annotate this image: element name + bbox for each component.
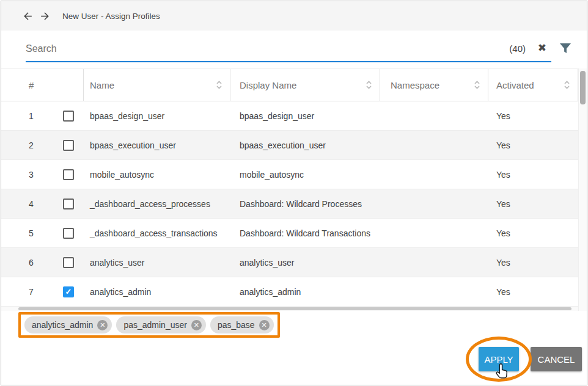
- sort-icon[interactable]: [474, 80, 480, 90]
- table-body: 1 bpaas_design_user bpaas_design_user Ye…: [1, 101, 578, 307]
- sort-icon[interactable]: [366, 80, 372, 90]
- selected-profile-chip: pas_admin_user ✕: [116, 316, 206, 333]
- column-header-number: #: [1, 69, 84, 101]
- cell-name: bpaas_execution_user: [84, 140, 230, 150]
- row-checkbox[interactable]: [63, 286, 74, 297]
- cell-activated: Yes: [488, 258, 578, 268]
- table-row[interactable]: 6 analytics_user analytics_user Yes: [1, 248, 578, 277]
- cell-activated: Yes: [488, 287, 578, 297]
- row-checkbox[interactable]: [63, 228, 74, 239]
- forward-arrow-icon[interactable]: [39, 10, 51, 22]
- chip-label: pas_base: [218, 320, 255, 330]
- assign-profiles-dialog: New User - Assign Profiles (40) ✖ # Name…: [1, 1, 587, 385]
- cell-display-name: bpaas_design_user: [230, 111, 380, 121]
- cell-display-name: Dashboard: Wildcard Transactions: [230, 228, 380, 238]
- row-number: 1: [29, 111, 37, 121]
- search-input[interactable]: [26, 39, 484, 59]
- cell-number: 6: [1, 257, 84, 268]
- row-number: 4: [29, 199, 37, 209]
- cell-display-name: analytics_admin: [230, 287, 380, 297]
- row-number: 2: [29, 140, 37, 150]
- cell-display-name: bpaas_execution_user: [230, 140, 380, 150]
- cell-display-name: analytics_user: [230, 258, 380, 268]
- row-checkbox[interactable]: [63, 111, 74, 122]
- selected-profile-chip: analytics_admin ✕: [24, 316, 112, 333]
- row-number: 3: [29, 170, 37, 180]
- filter-icon[interactable]: [559, 43, 571, 54]
- row-checkbox[interactable]: [63, 140, 74, 151]
- column-header-activated[interactable]: Activated: [488, 69, 578, 101]
- column-header-namespace[interactable]: Namespace: [380, 69, 488, 101]
- table-header: # Name Display Name Namespace Activated: [1, 68, 578, 101]
- cell-number: 7: [1, 286, 84, 297]
- cell-number: 1: [1, 111, 84, 122]
- chip-label: pas_admin_user: [123, 320, 187, 330]
- cell-display-name: mobile_autosync: [230, 170, 380, 180]
- column-header-display-name[interactable]: Display Name: [230, 69, 380, 101]
- cell-name: mobile_autosync: [84, 170, 230, 180]
- chip-label: analytics_admin: [32, 320, 93, 330]
- chip-remove-icon[interactable]: ✕: [191, 320, 202, 330]
- result-count: (40): [509, 43, 526, 54]
- cell-name: _dashboard_access_transactions: [84, 228, 230, 238]
- cell-display-name: Dashboard: Wildcard Processes: [230, 199, 380, 209]
- table-row[interactable]: 5 _dashboard_access_transactions Dashboa…: [1, 219, 578, 248]
- row-number: 7: [29, 287, 37, 297]
- apply-button[interactable]: APPLY: [479, 347, 519, 371]
- cell-number: 5: [1, 228, 84, 239]
- horizontal-scrollbar-thumb[interactable]: [18, 307, 571, 310]
- cell-name: analytics_user: [84, 258, 230, 268]
- sort-icon[interactable]: [564, 80, 570, 90]
- cell-activated: Yes: [488, 199, 578, 209]
- row-number: 5: [29, 228, 37, 238]
- selected-profile-chip: pas_base ✕: [210, 316, 274, 333]
- cell-activated: Yes: [488, 228, 578, 238]
- cell-name: bpaas_design_user: [84, 111, 230, 121]
- cell-name: analytics_admin: [84, 287, 230, 297]
- cell-number: 2: [1, 140, 84, 151]
- table-row[interactable]: 4 _dashboard_access_processes Dashboard:…: [1, 189, 578, 219]
- vertical-scrollbar-thumb[interactable]: [580, 71, 586, 104]
- chip-remove-icon[interactable]: ✕: [97, 320, 108, 330]
- page-title: New User - Assign Profiles: [62, 12, 160, 21]
- topbar: New User - Assign Profiles: [1, 1, 587, 31]
- search-underline: [26, 61, 551, 62]
- row-checkbox[interactable]: [63, 169, 74, 180]
- cell-number: 3: [1, 169, 84, 180]
- row-number: 6: [29, 258, 37, 268]
- cell-activated: Yes: [488, 111, 578, 121]
- row-checkbox[interactable]: [63, 198, 74, 209]
- cell-name: _dashboard_access_processes: [84, 199, 230, 209]
- row-checkbox[interactable]: [63, 257, 74, 268]
- vertical-scrollbar[interactable]: [578, 68, 587, 311]
- chip-remove-icon[interactable]: ✕: [259, 320, 270, 330]
- selected-profiles-annotation-box: analytics_admin ✕ pas_admin_user ✕ pas_b…: [18, 312, 280, 338]
- table-row[interactable]: 7 analytics_admin analytics_admin Yes: [1, 277, 578, 307]
- search-bar: (40) ✖: [1, 31, 587, 68]
- horizontal-scrollbar[interactable]: [1, 307, 578, 311]
- table-row[interactable]: 1 bpaas_design_user bpaas_design_user Ye…: [1, 101, 578, 131]
- sort-icon[interactable]: [216, 80, 222, 90]
- column-header-name[interactable]: Name: [84, 69, 230, 101]
- cell-activated: Yes: [488, 170, 578, 180]
- cell-activated: Yes: [488, 140, 578, 150]
- back-arrow-icon[interactable]: [22, 10, 34, 22]
- clear-search-icon[interactable]: ✖: [538, 42, 546, 54]
- table-row[interactable]: 3 mobile_autosync mobile_autosync Yes: [1, 160, 578, 189]
- cancel-button[interactable]: CANCEL: [531, 347, 582, 371]
- cell-number: 4: [1, 198, 84, 209]
- table-row[interactable]: 2 bpaas_execution_user bpaas_execution_u…: [1, 131, 578, 160]
